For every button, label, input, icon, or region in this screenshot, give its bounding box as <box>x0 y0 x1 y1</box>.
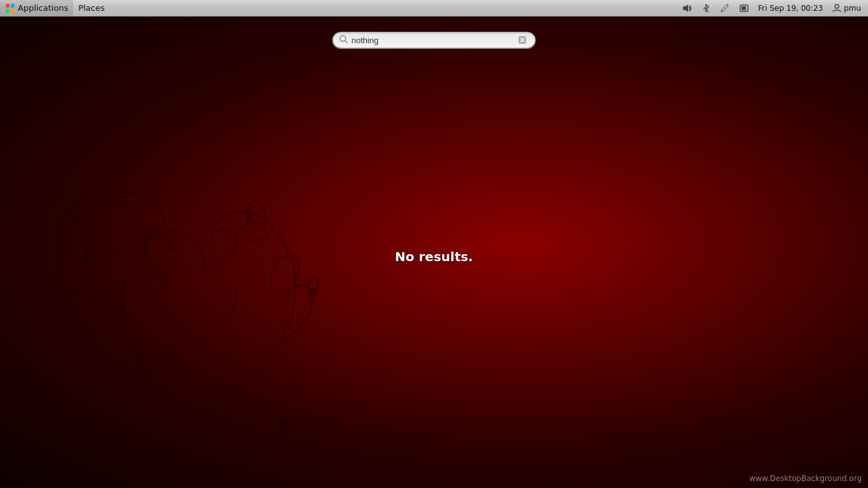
svg-point-4 <box>58 297 66 308</box>
volume-tray-item[interactable] <box>680 3 694 13</box>
svg-point-15 <box>835 4 839 8</box>
applications-label: Applications <box>18 3 68 13</box>
volume-icon <box>682 3 692 13</box>
search-input[interactable] <box>351 36 516 45</box>
svg-point-0 <box>83 252 93 264</box>
svg-rect-8 <box>6 4 10 8</box>
svg-line-17 <box>345 41 348 43</box>
datetime-tray-item[interactable]: Fri Sep 19, 00:23 <box>756 4 825 13</box>
svg-point-2 <box>167 240 173 250</box>
menubar-right: Fri Sep 19, 00:23 pmu <box>680 3 868 13</box>
edit-tray-item[interactable] <box>718 3 732 13</box>
search-container <box>332 32 536 48</box>
search-box <box>332 32 536 48</box>
battery-icon <box>739 3 749 13</box>
user-icon <box>832 3 842 13</box>
battery-tray-item[interactable] <box>737 3 751 13</box>
svg-point-6 <box>279 417 294 432</box>
menubar: Applications Places <box>0 0 868 17</box>
svg-point-1 <box>141 234 149 244</box>
svg-rect-10 <box>6 9 10 13</box>
svg-marker-12 <box>683 4 688 12</box>
pen-icon <box>720 3 730 13</box>
bluetooth-icon <box>701 3 711 13</box>
user-tray-item[interactable]: pmu <box>830 3 863 13</box>
bluetooth-tray-item[interactable] <box>699 3 713 13</box>
places-label: Places <box>78 3 104 13</box>
svg-rect-9 <box>11 4 15 8</box>
no-results-text: No results. <box>395 249 473 264</box>
floral-decoration <box>0 107 381 488</box>
search-icon <box>339 35 348 45</box>
watermark: www.DesktopBackground.org <box>749 474 862 483</box>
desktop: Applications Places <box>0 0 868 488</box>
svg-rect-11 <box>11 9 15 13</box>
svg-rect-14 <box>742 6 746 10</box>
datetime-label: Fri Sep 19, 00:23 <box>758 4 823 13</box>
search-clear-button[interactable] <box>516 35 529 45</box>
app-icon <box>5 3 15 13</box>
places-menu[interactable]: Places <box>73 0 109 16</box>
username-label: pmu <box>844 4 861 13</box>
menubar-left: Applications Places <box>0 0 110 16</box>
applications-menu[interactable]: Applications <box>0 0 73 16</box>
